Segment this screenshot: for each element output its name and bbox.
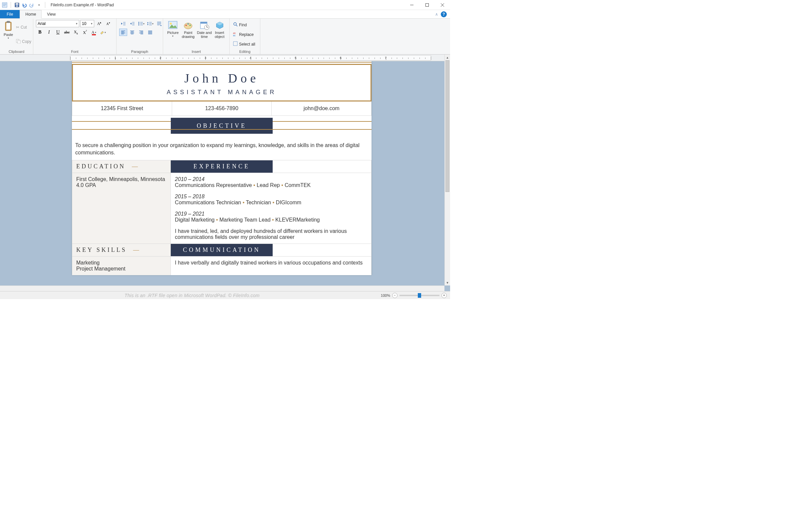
- scroll-down-icon[interactable]: ▼: [445, 280, 450, 285]
- italic-button[interactable]: I: [45, 28, 53, 36]
- bold-button[interactable]: B: [36, 28, 44, 36]
- qat-dropdown-icon[interactable]: ▾: [36, 2, 42, 8]
- decrease-indent-button[interactable]: [119, 20, 127, 27]
- strikethrough-button[interactable]: abc: [63, 28, 71, 36]
- zoom-in-button[interactable]: +: [442, 293, 447, 298]
- resume-name: John Doe: [73, 71, 371, 86]
- group-insert: Picture▾ Paint drawing Date and time Ins…: [163, 19, 230, 54]
- select-all-icon: [233, 41, 238, 47]
- paragraph-dialog-button[interactable]: [155, 20, 163, 27]
- svg-rect-67: [234, 42, 237, 45]
- communication-cell: I have verbally and digitally trained wo…: [171, 256, 371, 275]
- svg-point-56: [187, 23, 189, 25]
- cut-button[interactable]: ✂ Cut: [15, 24, 32, 31]
- increase-indent-button[interactable]: [128, 20, 136, 27]
- superscript-button[interactable]: X²: [81, 28, 89, 36]
- line-spacing-button[interactable]: ▾: [146, 20, 154, 27]
- page[interactable]: John Doe ASSISTANT MANAGER 12345 First S…: [72, 61, 372, 275]
- find-button[interactable]: Find: [233, 21, 256, 28]
- svg-rect-12: [6, 23, 10, 30]
- shrink-font-button[interactable]: A▾: [104, 20, 112, 27]
- svg-rect-3: [3, 6, 5, 6]
- svg-point-53: [170, 23, 172, 25]
- paint-drawing-button[interactable]: Paint drawing: [180, 20, 197, 39]
- font-color-button[interactable]: A▾: [90, 28, 98, 36]
- subscript-button[interactable]: X₂: [72, 28, 80, 36]
- font-name-combo[interactable]: Arial▾: [36, 20, 79, 27]
- group-paragraph: ▾ ▾ Paragraph: [116, 19, 163, 54]
- scissors-icon: ✂: [16, 25, 19, 30]
- horizontal-scrollbar[interactable]: [0, 285, 444, 291]
- status-bar: This is an .RTF file open in Microsoft W…: [0, 291, 450, 299]
- svg-point-22: [138, 22, 140, 23]
- find-icon: [233, 22, 238, 27]
- highlight-button[interactable]: ▾: [99, 28, 107, 36]
- ruler[interactable]: 1234567: [0, 55, 444, 61]
- collapse-ribbon-icon[interactable]: ∧: [435, 12, 438, 17]
- document-viewport[interactable]: John Doe ASSISTANT MANAGER 12345 First S…: [0, 61, 444, 285]
- skills-cell: Marketing Project Management: [72, 256, 171, 275]
- contact-row: 12345 First Street 123-456-7890 john@doe…: [72, 101, 372, 116]
- resume-role: ASSISTANT MANAGER: [73, 89, 371, 96]
- window-title: FileInfo.com Example.rtf - WordPad: [49, 3, 114, 7]
- svg-rect-2: [3, 5, 6, 5]
- justify-button[interactable]: [146, 28, 154, 36]
- education-cell: First College, Minneapolis, Minnesota 4.…: [72, 173, 171, 244]
- underline-button[interactable]: U: [54, 28, 62, 36]
- copy-button[interactable]: Copy: [15, 38, 32, 45]
- help-icon[interactable]: ?: [441, 11, 447, 17]
- svg-rect-59: [200, 22, 207, 24]
- contact-phone: 123-456-7890: [172, 101, 272, 115]
- undo-icon[interactable]: [22, 2, 27, 8]
- contact-address: 12345 First Street: [72, 101, 172, 115]
- ribbon: Paste ▾ ✂ Cut Copy Clipboard Arial▾: [0, 19, 450, 55]
- replace-button[interactable]: abac Replace: [233, 31, 256, 38]
- svg-point-23: [138, 23, 140, 24]
- contact-email: john@doe.com: [272, 101, 371, 115]
- insert-object-button[interactable]: Insert object: [212, 20, 227, 39]
- date-time-button[interactable]: Date and time: [197, 20, 213, 39]
- zoom-out-button[interactable]: −: [392, 293, 397, 298]
- bullets-button[interactable]: ▾: [137, 20, 145, 27]
- skills-comm-body: Marketing Project Management I have verb…: [72, 256, 372, 275]
- close-button[interactable]: [435, 0, 450, 10]
- group-clipboard: Paste ▾ ✂ Cut Copy Clipboard: [0, 19, 33, 54]
- svg-line-64: [236, 25, 237, 26]
- align-center-button[interactable]: [128, 28, 136, 36]
- redo-icon[interactable]: [29, 2, 34, 8]
- scroll-up-icon[interactable]: ▲: [445, 55, 450, 60]
- grow-font-button[interactable]: A▴: [95, 20, 103, 27]
- picture-button[interactable]: Picture▾: [166, 20, 180, 38]
- svg-rect-1: [3, 4, 6, 4]
- select-all-button[interactable]: Select all: [233, 41, 256, 48]
- group-editing: Find abac Replace Select all Editing: [230, 19, 260, 54]
- maximize-button[interactable]: [420, 0, 435, 10]
- experience-cell: 2010 – 2014 Communications Representativ…: [171, 173, 371, 244]
- zoom-value: 100%: [381, 293, 390, 298]
- paste-button[interactable]: Paste ▾: [3, 20, 14, 40]
- svg-text:ab: ab: [233, 32, 236, 34]
- svg-rect-6: [16, 5, 18, 7]
- copy-icon: [16, 39, 21, 44]
- app-icon: [2, 2, 7, 8]
- tab-file[interactable]: File: [0, 10, 20, 18]
- scroll-thumb[interactable]: [445, 60, 449, 192]
- zoom-slider[interactable]: [400, 295, 440, 296]
- watermark-text: This is an .RTF file open in Microsoft W…: [3, 293, 381, 298]
- svg-rect-8: [426, 3, 429, 6]
- ribbon-tabs: File Home View ∧ ?: [0, 10, 450, 19]
- font-size-combo[interactable]: 10▾: [80, 20, 94, 27]
- skills-comm-heading: KEY SKILLS — COMMUNICATION: [72, 244, 372, 256]
- workspace: 1234567 John Doe ASSISTANT MANAGER 12345…: [0, 55, 450, 291]
- tab-view[interactable]: View: [42, 10, 61, 18]
- edu-exp-heading: EDUCATION — EXPERIENCE: [72, 160, 372, 173]
- edu-exp-body: First College, Minneapolis, Minnesota 4.…: [72, 173, 372, 244]
- tab-home[interactable]: Home: [20, 10, 42, 19]
- align-right-button[interactable]: [137, 28, 145, 36]
- align-left-button[interactable]: [119, 28, 127, 36]
- minimize-button[interactable]: [404, 0, 420, 10]
- title-bar: ▾ FileInfo.com Example.rtf - WordPad: [0, 0, 450, 10]
- group-font: Arial▾ 10▾ A▴ A▾ B I U abc X₂ X² A▾ ▾ Fo…: [33, 19, 116, 54]
- vertical-scrollbar[interactable]: ▲ ▼: [444, 55, 450, 285]
- save-icon[interactable]: [14, 2, 20, 8]
